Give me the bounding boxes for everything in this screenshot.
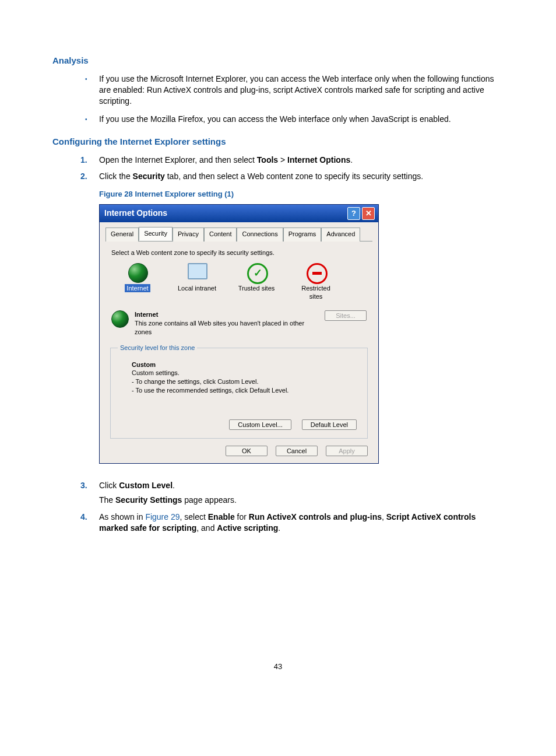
heading-configuring: Configuring the Internet Explorer settin…: [52, 136, 504, 146]
custom-line: - To use the recommended settings, click…: [132, 386, 360, 395]
security-level-legend: Security level for this zone: [118, 344, 197, 352]
zone-internet[interactable]: Internet: [117, 263, 158, 293]
dialog-title: Internet Options: [104, 208, 167, 219]
step-text: .: [350, 155, 353, 164]
cancel-button[interactable]: Cancel: [276, 446, 318, 456]
dialog-footer: OK Cancel Apply: [105, 446, 372, 456]
step-sep: >: [278, 155, 287, 164]
close-icon: ✕: [365, 208, 372, 219]
step-text: ,: [382, 512, 386, 522]
step-text: .: [278, 523, 280, 533]
globe-icon: [111, 310, 129, 328]
step-bold: Enable: [208, 512, 235, 522]
check-icon: ✓: [247, 263, 268, 284]
zone-label: Local intranet: [178, 284, 216, 293]
zone-instruction: Select a Web content zone to specify its…: [111, 249, 372, 257]
step-2: Click the Security tab, and then select …: [99, 171, 504, 464]
step-bold: Active scripting: [217, 523, 278, 533]
step-text: Click the: [99, 172, 133, 181]
steps-list: Open the Internet Explorer, and then sel…: [52, 155, 504, 534]
step-text: , and: [196, 523, 217, 533]
document-page: Analysis If you use the Microsoft Intern…: [0, 0, 556, 694]
step-text: Click: [99, 481, 119, 490]
default-level-button[interactable]: Default Level: [302, 419, 357, 430]
custom-title: Custom: [132, 360, 360, 369]
bullet-item: If you use the Microsoft Internet Explor…: [99, 74, 504, 107]
zone-trusted-sites[interactable]: ✓ Trusted sites: [236, 263, 277, 293]
help-button[interactable]: ?: [347, 207, 360, 220]
figure-caption: Figure 28 Internet Explorer setting (1): [99, 189, 504, 200]
step-text: As shown in: [99, 512, 145, 522]
figure-link[interactable]: Figure 29: [145, 512, 180, 522]
help-icon: ?: [351, 208, 356, 219]
tab-connections[interactable]: Connections: [237, 228, 283, 242]
zone-label: Trusted sites: [238, 284, 275, 293]
zone-label: Restricted sites: [295, 284, 336, 302]
custom-level-button[interactable]: Custom Level...: [229, 419, 291, 430]
step-text: , select: [180, 512, 208, 522]
zone-restricted-sites[interactable]: Restricted sites: [295, 263, 336, 302]
step-bold: Custom Level: [119, 481, 173, 490]
step-text: .: [173, 481, 175, 490]
zone-info-title: Internet: [135, 310, 319, 319]
page-number: 43: [52, 662, 504, 671]
custom-lines: Custom settings. - To change the setting…: [132, 369, 360, 395]
step-text: Open the Internet Explorer, and then sel…: [99, 155, 257, 164]
apply-button[interactable]: Apply: [326, 446, 368, 456]
step-bold: Internet Options: [287, 155, 350, 164]
sites-button[interactable]: Sites...: [325, 310, 367, 321]
tab-content[interactable]: Content: [204, 228, 237, 242]
step-bold: Security Settings: [115, 495, 182, 505]
zone-label: Internet: [125, 284, 150, 293]
tab-general[interactable]: General: [105, 228, 139, 242]
close-button[interactable]: ✕: [362, 207, 375, 220]
step-bold: Tools: [257, 155, 278, 164]
step-text: The: [99, 495, 115, 505]
analysis-bullets: If you use the Microsoft Internet Explor…: [52, 74, 504, 125]
tabstrip: General Security Privacy Content Connect…: [105, 227, 372, 242]
security-level-group: Security level for this zone Custom Cust…: [110, 344, 368, 439]
dialog-body: General Security Privacy Content Connect…: [100, 222, 378, 463]
custom-line: Custom settings.: [132, 369, 360, 377]
zone-info-panel: Internet This zone contains all Web site…: [111, 310, 367, 337]
heading-analysis: Analysis: [52, 55, 504, 65]
ok-button[interactable]: OK: [226, 446, 268, 456]
zone-local-intranet[interactable]: Local intranet: [177, 263, 217, 293]
monitor-icon: [188, 263, 207, 279]
internet-options-dialog: Internet Options ? ✕ General Security Pr…: [99, 204, 379, 464]
step-1: Open the Internet Explorer, and then sel…: [99, 155, 504, 166]
step-4: As shown in Figure 29, select Enable for…: [99, 512, 504, 534]
step-text: page appears.: [182, 495, 236, 505]
tab-security[interactable]: Security: [139, 227, 173, 241]
minus-icon: [307, 263, 328, 284]
step-bold: Run ActiveX controls and plug-ins: [249, 512, 382, 522]
step-3: Click Custom Level. The Security Setting…: [99, 480, 504, 506]
dialog-titlebar: Internet Options ? ✕: [100, 205, 378, 222]
zone-info-desc: This zone contains all Web sites you hav…: [135, 319, 319, 337]
step-bold: Security: [133, 172, 165, 181]
tab-programs[interactable]: Programs: [283, 228, 322, 242]
tab-privacy[interactable]: Privacy: [173, 228, 204, 242]
bullet-item: If you use the Mozilla Firefox, you can …: [99, 114, 504, 125]
globe-icon: [128, 263, 148, 283]
step-text: for: [235, 512, 249, 522]
custom-line: - To change the settings, click Custom L…: [132, 377, 360, 386]
step-text: tab, and then select a Web content zone …: [165, 172, 423, 181]
tab-advanced[interactable]: Advanced: [321, 228, 360, 242]
zone-icons-row: Internet Local intranet ✓ Trusted sites: [117, 263, 372, 302]
